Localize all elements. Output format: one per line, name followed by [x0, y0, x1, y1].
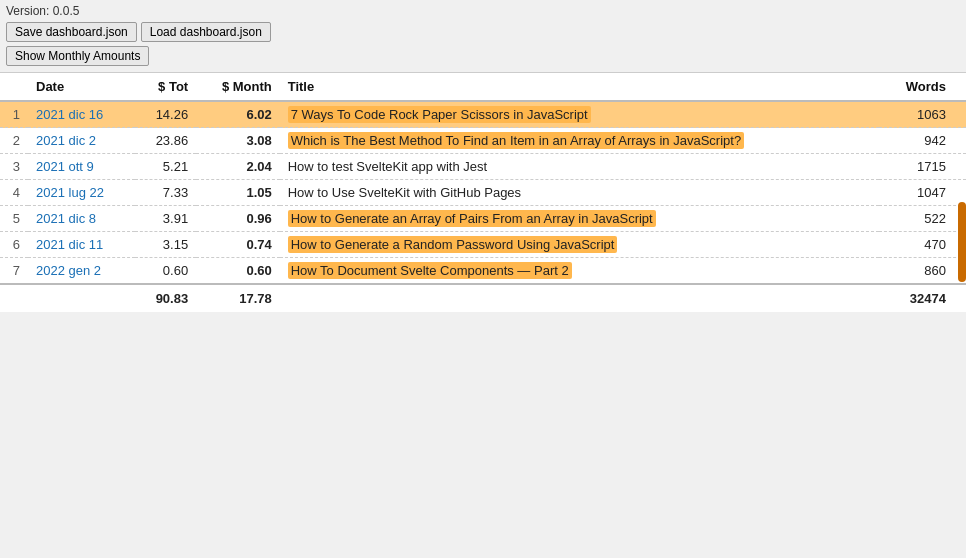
table-header-row: Date $ Tot $ Month Title Words [0, 73, 966, 102]
cell-tot: 3.91 [135, 206, 197, 232]
cell-tot: 14.26 [135, 101, 197, 128]
cell-month: 6.02 [196, 101, 280, 128]
cell-date: 2021 dic 2 [28, 128, 135, 154]
load-button[interactable]: Load dashboard.json [141, 22, 271, 42]
cell-title: Which is The Best Method To Find an Item… [280, 128, 880, 154]
cell-words: 1047 [879, 180, 966, 206]
table-row: 42021 lug 227.331.05How to Use SvelteKit… [0, 180, 966, 206]
cell-title: How to Use SvelteKit with GitHub Pages [280, 180, 880, 206]
footer-tot: 90.83 [135, 284, 197, 312]
cell-index: 3 [0, 154, 28, 180]
cell-title: 7 Ways To Code Rock Paper Scissors in Ja… [280, 101, 880, 128]
show-monthly-button[interactable]: Show Monthly Amounts [6, 46, 149, 66]
col-date: Date [28, 73, 135, 102]
cell-words: 860 [879, 258, 966, 285]
cell-date: 2021 ott 9 [28, 154, 135, 180]
table-row: 72022 gen 20.600.60How To Document Svelt… [0, 258, 966, 285]
version-label: Version: 0.0.5 [6, 4, 960, 18]
cell-words: 470 [879, 232, 966, 258]
cell-date: 2022 gen 2 [28, 258, 135, 285]
cell-date: 2021 lug 22 [28, 180, 135, 206]
footer-words: 32474 [879, 284, 966, 312]
cell-index: 5 [0, 206, 28, 232]
col-words: Words [879, 73, 966, 102]
cell-index: 4 [0, 180, 28, 206]
cell-tot: 0.60 [135, 258, 197, 285]
footer-empty-1 [0, 284, 28, 312]
table-row: 32021 ott 95.212.04How to test SvelteKit… [0, 154, 966, 180]
scrollbar[interactable] [958, 202, 966, 282]
footer-empty-2 [28, 284, 135, 312]
cell-tot: 23.86 [135, 128, 197, 154]
cell-date: 2021 dic 16 [28, 101, 135, 128]
table-footer-row: 90.83 17.78 32474 [0, 284, 966, 312]
cell-month: 3.08 [196, 128, 280, 154]
main-table: Date $ Tot $ Month Title Words 12021 dic… [0, 72, 966, 312]
col-title: Title [280, 73, 880, 102]
cell-month: 2.04 [196, 154, 280, 180]
table-row: 22021 dic 223.863.08Which is The Best Me… [0, 128, 966, 154]
cell-title: How to test SvelteKit app with Jest [280, 154, 880, 180]
col-tot: $ Tot [135, 73, 197, 102]
cell-date: 2021 dic 11 [28, 232, 135, 258]
table-row: 62021 dic 113.150.74How to Generate a Ra… [0, 232, 966, 258]
cell-tot: 7.33 [135, 180, 197, 206]
cell-month: 0.96 [196, 206, 280, 232]
cell-month: 0.74 [196, 232, 280, 258]
cell-words: 1715 [879, 154, 966, 180]
table-row: 52021 dic 83.910.96How to Generate an Ar… [0, 206, 966, 232]
cell-title: How To Document Svelte Components — Part… [280, 258, 880, 285]
cell-index: 7 [0, 258, 28, 285]
save-button[interactable]: Save dashboard.json [6, 22, 137, 42]
cell-tot: 3.15 [135, 232, 197, 258]
cell-words: 522 [879, 206, 966, 232]
cell-index: 6 [0, 232, 28, 258]
cell-index: 1 [0, 101, 28, 128]
cell-words: 1063 [879, 101, 966, 128]
col-month: $ Month [196, 73, 280, 102]
cell-title: How to Generate a Random Password Using … [280, 232, 880, 258]
cell-month: 0.60 [196, 258, 280, 285]
footer-empty-3 [280, 284, 880, 312]
cell-title: How to Generate an Array of Pairs From a… [280, 206, 880, 232]
cell-date: 2021 dic 8 [28, 206, 135, 232]
col-index [0, 73, 28, 102]
table-row: 12021 dic 1614.266.027 Ways To Code Rock… [0, 101, 966, 128]
cell-index: 2 [0, 128, 28, 154]
footer-month: 17.78 [196, 284, 280, 312]
cell-words: 942 [879, 128, 966, 154]
cell-month: 1.05 [196, 180, 280, 206]
cell-tot: 5.21 [135, 154, 197, 180]
